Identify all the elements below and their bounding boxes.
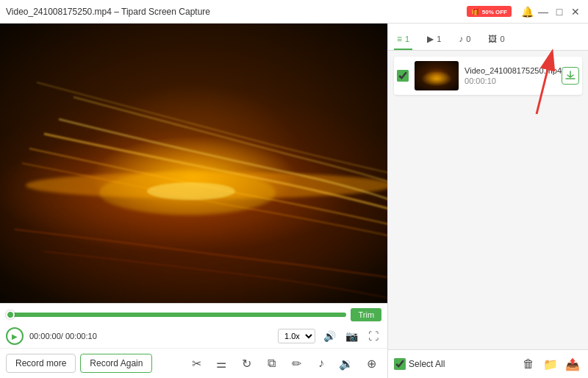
record-again-button[interactable]: Record Again [80,354,152,373]
file-list: Video_241008175250.mp4 00:00:10 [388,51,588,349]
fullscreen-icon[interactable]: ⛶ [365,328,381,344]
select-all-checkbox[interactable] [394,358,406,370]
main-container: Trim ▶ 00:00:00/ 00:00:10 1.0x 0.5x 1.5x… [0,24,588,378]
edit-icon[interactable]: ✏ [286,353,306,374]
progress-thumb[interactable] [6,310,15,319]
close-button[interactable]: ✕ [569,5,582,18]
minimize-button[interactable]: — [537,5,550,18]
left-panel: Trim ▶ 00:00:00/ 00:00:10 1.0x 0.5x 1.5x… [0,24,387,378]
tab-image-count: 0 [500,35,504,43]
file-info: Video_241008175250.mp4 00:00:10 [465,66,562,85]
play-icon: ▶ [427,34,434,44]
file-thumbnail [415,61,459,90]
volume-icon[interactable]: 🔊 [321,328,337,344]
right-panel: ≡ 1 ▶ 1 ♪ 0 🖼 0 [387,24,588,378]
export-icon [564,70,576,82]
thumb-glow [415,61,459,90]
folder-icon[interactable]: 📁 [541,354,560,374]
tab-play[interactable]: ▶ 1 [424,29,444,50]
file-checkbox[interactable] [397,70,409,82]
record-more-button[interactable]: Record more [6,354,76,373]
scissors-icon[interactable]: ✂ [186,353,207,374]
music-icon: ♪ [459,34,463,44]
tab-audio[interactable]: ♪ 0 [456,29,473,50]
svg-point-2 [147,182,235,200]
export-button[interactable] [562,67,579,85]
title-bar: Video_241008175250.mp4 – Tipard Screen C… [0,0,588,24]
file-duration: 00:00:10 [465,76,562,85]
copy-icon[interactable]: ⧉ [261,353,282,374]
equalizer-icon[interactable]: ⚌ [211,353,232,374]
controls-area: Trim ▶ 00:00:00/ 00:00:10 1.0x 0.5x 1.5x… [0,303,387,378]
list-icon: ≡ [397,34,402,44]
progress-fill [6,313,346,317]
rotate-icon[interactable]: ↻ [236,353,257,374]
select-all-label: Select All [409,359,445,369]
file-name: Video_241008175250.mp4 [465,66,562,75]
tab-video-count: 1 [405,35,409,43]
right-bottom-bar: Select All 🗑 📁 📤 [388,349,588,378]
video-display [0,24,387,303]
audio-icon[interactable]: ♪ [311,353,331,374]
camera-icon[interactable]: 📷 [343,328,359,344]
action-buttons-bar: Record more Record Again ✂ ⚌ ↻ ⧉ ✏ ♪ 🔉 ⊕ [0,348,387,378]
trim-button[interactable]: Trim [351,308,381,321]
video-streaks [0,24,387,303]
playback-controls: ▶ 00:00:00/ 00:00:10 1.0x 0.5x 1.5x 2.0x… [0,324,387,348]
maximize-button[interactable]: □ [553,5,566,18]
bell-icon[interactable]: 🔔 [520,5,534,18]
tab-audio-count: 0 [466,35,470,43]
tab-play-count: 1 [437,35,441,43]
time-display: 00:00:00/ 00:00:10 [29,332,97,340]
progress-track[interactable] [6,313,346,317]
delete-icon[interactable]: 🗑 [519,354,538,374]
promo-badge[interactable]: 🎁 50% OFF [467,6,512,17]
speed-select[interactable]: 1.0x 0.5x 1.5x 2.0x [278,329,315,343]
file-item: Video_241008175250.mp4 00:00:10 [394,57,582,95]
window-title: Video_241008175250.mp4 – Tipard Screen C… [6,7,467,17]
play-button[interactable]: ▶ [6,327,24,345]
progress-bar-container: Trim [0,304,387,324]
tab-image[interactable]: 🖼 0 [485,29,507,50]
more-icon[interactable]: ⊕ [361,353,381,374]
tab-video[interactable]: ≡ 1 [394,29,412,50]
image-icon: 🖼 [488,34,497,44]
volume-up-icon[interactable]: 🔉 [336,353,356,374]
share-icon[interactable]: 📤 [563,354,582,374]
window-controls: 🎁 50% OFF 🔔 — □ ✕ [467,5,582,18]
tabs-bar: ≡ 1 ▶ 1 ♪ 0 🖼 0 [388,24,588,51]
